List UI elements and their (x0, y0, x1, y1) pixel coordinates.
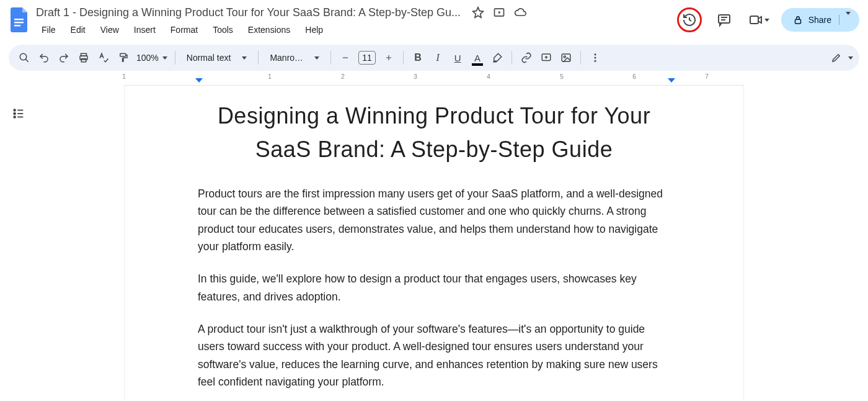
share-button[interactable]: Share (781, 8, 859, 32)
toolbar: 100% Normal text Manro… B I U A (9, 45, 859, 71)
search-menus-button[interactable] (15, 48, 33, 67)
svg-rect-13 (562, 54, 570, 61)
svg-rect-6 (795, 19, 800, 24)
ruler[interactable]: 1 1 2 3 4 5 6 7 (0, 73, 868, 86)
svg-point-14 (564, 56, 565, 58)
svg-rect-2 (14, 25, 20, 26)
svg-rect-11 (120, 53, 126, 56)
svg-point-7 (20, 53, 27, 60)
menu-extensions[interactable]: Extensions (242, 22, 296, 37)
editor-area: Designing a Winning Product Tour for You… (0, 86, 868, 401)
comment-history-button[interactable] (712, 7, 737, 32)
menu-view[interactable]: View (95, 22, 125, 37)
font-size-stepper (336, 48, 398, 67)
svg-rect-1 (14, 22, 24, 23)
chevron-down-icon (846, 12, 851, 25)
docs-logo[interactable] (9, 5, 31, 35)
title-bar: Draft 1 - Designing a Winning Product To… (0, 0, 868, 42)
redo-button[interactable] (55, 48, 73, 67)
chevron-down-icon (314, 56, 319, 60)
more-button[interactable] (586, 48, 604, 67)
zoom-select[interactable]: 100% (134, 53, 170, 63)
svg-rect-4 (719, 15, 730, 23)
move-icon[interactable] (493, 6, 505, 19)
menu-bar: File Edit View Insert Format Tools Exten… (36, 22, 677, 37)
add-comment-button[interactable] (537, 48, 556, 67)
paint-format-button[interactable] (114, 48, 133, 67)
cloud-status-icon[interactable] (514, 6, 526, 19)
underline-button[interactable]: U (448, 48, 467, 67)
page[interactable]: Designing a Winning Product Tour for You… (124, 86, 744, 401)
svg-rect-0 (14, 19, 24, 20)
menu-tools[interactable]: Tools (207, 22, 239, 37)
chevron-down-icon (764, 19, 769, 22)
share-label: Share (808, 15, 831, 25)
svg-point-20 (14, 116, 16, 118)
svg-point-15 (595, 53, 596, 55)
editing-mode-button[interactable] (827, 48, 846, 67)
italic-button[interactable]: I (428, 48, 447, 67)
print-button[interactable] (74, 48, 93, 67)
meet-button[interactable] (746, 7, 771, 32)
chevron-down-icon (162, 56, 167, 60)
highlight-color-button[interactable] (488, 48, 507, 67)
outline-button[interactable] (12, 107, 25, 401)
paragraph[interactable]: Product tours are the first impression m… (198, 185, 670, 255)
svg-point-19 (14, 113, 16, 115)
chevron-down-icon[interactable] (848, 56, 853, 60)
menu-format[interactable]: Format (165, 22, 203, 37)
version-history-button[interactable] (677, 7, 702, 32)
decrease-font-size-button[interactable] (336, 48, 355, 67)
paragraph-styles-select[interactable]: Normal text (180, 53, 254, 63)
svg-point-16 (595, 57, 596, 59)
svg-point-18 (14, 109, 16, 111)
bold-button[interactable]: B (409, 48, 427, 67)
menu-help[interactable]: Help (299, 22, 329, 37)
menu-edit[interactable]: Edit (65, 22, 91, 37)
undo-button[interactable] (35, 48, 53, 67)
text-color-button[interactable]: A (468, 48, 487, 67)
svg-rect-5 (750, 16, 758, 24)
font-size-input[interactable] (358, 51, 376, 65)
right-indent-marker[interactable] (668, 78, 675, 83)
star-icon[interactable] (472, 6, 484, 19)
left-indent-marker[interactable] (195, 78, 203, 83)
increase-font-size-button[interactable] (379, 48, 398, 67)
document-heading[interactable]: Designing a Winning Product Tour for You… (198, 99, 670, 166)
menu-file[interactable]: File (36, 22, 61, 37)
insert-link-button[interactable] (517, 48, 536, 67)
svg-point-17 (595, 60, 596, 62)
paragraph[interactable]: A product tour isn't just a walkthrough … (198, 320, 670, 390)
insert-image-button[interactable] (557, 48, 575, 67)
paragraph[interactable]: In this guide, we'll explore how to desi… (198, 270, 670, 305)
spellcheck-button[interactable] (94, 48, 113, 67)
document-title[interactable]: Draft 1 - Designing a Winning Product To… (36, 5, 461, 20)
chevron-down-icon (242, 56, 247, 60)
menu-insert[interactable]: Insert (128, 22, 161, 37)
font-family-select[interactable]: Manro… (264, 53, 326, 63)
